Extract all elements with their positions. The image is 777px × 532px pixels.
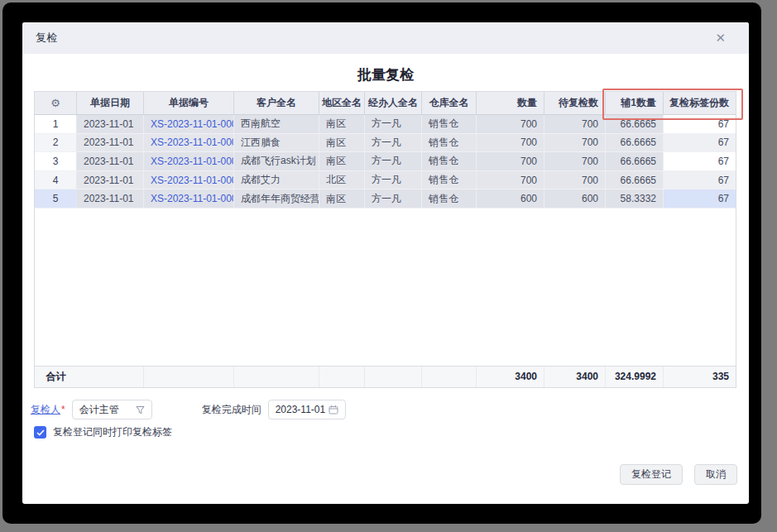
cell-region: 南区 — [319, 189, 365, 208]
total-empty-cell — [422, 367, 477, 387]
checkmark-icon — [36, 429, 45, 436]
total-label: 合计 — [35, 367, 77, 387]
cell-aux-qty: 66.6665 — [606, 152, 664, 171]
table-row[interactable]: 3 2023-11-01 XS-2023-11-01-00049 成都飞行ask… — [35, 152, 736, 171]
cell-label-copies-input[interactable]: 67 — [664, 171, 736, 190]
inspector-label-text: 复检人 — [31, 404, 60, 415]
register-button[interactable]: 复检登记 — [620, 464, 683, 485]
total-empty-cell — [319, 367, 365, 387]
column-header-aux-qty[interactable]: 辅1数量 — [606, 92, 664, 115]
batch-reinspection-table: ⚙ 单据日期 单据编号 客户全名 地区全名 经办人全名 仓库全名 数量 待复检数… — [34, 91, 736, 388]
cell-aux-qty: 66.6665 — [606, 115, 664, 134]
inspector-value: 会计主管 — [79, 403, 119, 417]
total-label-copies: 335 — [664, 367, 736, 387]
cell-qty: 600 — [477, 189, 544, 208]
required-asterisk: * — [61, 404, 65, 415]
cell-row-number: 2 — [35, 134, 77, 153]
completion-time-input[interactable]: 2023-11-01 — [268, 400, 346, 419]
cell-handler: 方一凡 — [365, 152, 422, 171]
cell-label-copies-input[interactable]: 67 — [664, 115, 736, 134]
print-label-checkbox[interactable] — [34, 426, 46, 439]
cell-customer: 成都年年商贸经营部 — [234, 189, 319, 208]
column-header-customer[interactable]: 客户全名 — [234, 92, 319, 115]
table-total-row: 合计 3400 3400 324.9992 335 — [35, 366, 736, 387]
cell-pending: 700 — [544, 134, 606, 153]
cell-date: 2023-11-01 — [77, 189, 144, 208]
cell-label-copies-input[interactable]: 67 — [664, 189, 736, 208]
column-header-region[interactable]: 地区全名 — [319, 92, 365, 115]
inspector-label[interactable]: 复检人 — [31, 403, 60, 417]
cell-customer: 成都飞行ask计划 — [234, 152, 319, 171]
cell-warehouse: 销售仓 — [422, 115, 477, 134]
completion-time-label: 复检完成时间 — [202, 403, 261, 417]
table-row[interactable]: 2 2023-11-01 XS-2023-11-01-00048 江西腊食 南区… — [35, 134, 736, 153]
table-header-row: ⚙ 单据日期 单据编号 客户全名 地区全名 经办人全名 仓库全名 数量 待复检数… — [35, 92, 736, 115]
table-row-selected[interactable]: 5 2023-11-01 XS-2023-11-01-00051 成都年年商贸经… — [35, 189, 736, 208]
close-icon[interactable]: ✕ — [705, 31, 736, 46]
column-header-doc-no[interactable]: 单据编号 — [144, 92, 234, 115]
inspector-select[interactable]: 会计主管 — [72, 400, 152, 419]
cell-date: 2023-11-01 — [77, 171, 144, 190]
cell-date: 2023-11-01 — [77, 152, 144, 171]
cell-pending: 700 — [544, 115, 606, 134]
cell-label-copies-input[interactable]: 67 — [664, 134, 736, 153]
column-header-handler[interactable]: 经办人全名 — [365, 92, 422, 115]
dialog-titlebar: 复检 ✕ — [22, 22, 749, 54]
cell-row-number: 5 — [35, 189, 77, 208]
cell-customer: 江西腊食 — [234, 134, 319, 153]
cell-doc-no-link[interactable]: XS-2023-11-01-00051 — [144, 189, 234, 208]
cell-label-copies-input[interactable]: 67 — [664, 152, 736, 171]
print-label-checkbox-label: 复检登记同时打印复检标签 — [53, 425, 172, 439]
column-header-qty[interactable]: 数量 — [477, 92, 544, 115]
reinspection-form-row: 复检人* 会计主管 复检完成时间 2023-11-01 — [31, 399, 346, 420]
cell-aux-qty: 58.3332 — [606, 189, 664, 208]
cell-pending: 600 — [544, 189, 606, 208]
cell-aux-qty: 66.6665 — [606, 134, 664, 153]
total-aux-qty: 324.9992 — [606, 367, 664, 387]
page-title: 批量复检 — [22, 65, 749, 84]
total-empty-cell — [77, 367, 144, 387]
cell-customer: 成都艾力 — [234, 171, 319, 190]
cell-doc-no-link[interactable]: XS-2023-11-01-00049 — [144, 152, 234, 171]
calendar-icon — [329, 405, 338, 415]
cell-qty: 700 — [477, 171, 544, 190]
column-settings-button[interactable]: ⚙ — [35, 92, 77, 115]
column-header-date[interactable]: 单据日期 — [77, 92, 144, 115]
gear-icon: ⚙ — [50, 98, 60, 108]
funnel-icon — [136, 405, 145, 415]
cell-pending: 700 — [544, 171, 606, 190]
cell-region: 北区 — [319, 171, 365, 190]
cell-doc-no-link[interactable]: XS-2023-11-01-00048 — [144, 134, 234, 153]
table-row[interactable]: 4 2023-11-01 XS-2023-11-01-00050 成都艾力 北区… — [35, 171, 736, 190]
cell-aux-qty: 66.6665 — [606, 171, 664, 190]
column-header-pending[interactable]: 待复检数 — [544, 92, 606, 115]
print-label-check-row: 复检登记同时打印复检标签 — [34, 425, 172, 439]
cell-qty: 700 — [477, 115, 544, 134]
dialog-title: 复检 — [36, 31, 57, 46]
cell-date: 2023-11-01 — [77, 115, 144, 134]
screen-background: 复检 ✕ 批量复检 ⚙ 单据日期 单据编号 客户全名 地区全名 经办人全名 仓库… — [2, 2, 761, 524]
column-header-label-copies[interactable]: 复检标签份数 — [664, 92, 736, 115]
cell-warehouse: 销售仓 — [422, 152, 477, 171]
column-header-warehouse[interactable]: 仓库全名 — [422, 92, 477, 115]
table-row[interactable]: 1 2023-11-01 XS-2023-11-01-00047 西南航空 南区… — [35, 115, 736, 134]
cell-pending: 700 — [544, 152, 606, 171]
cell-doc-no-link[interactable]: XS-2023-11-01-00047 — [144, 115, 234, 134]
cell-row-number: 4 — [35, 171, 77, 190]
cell-row-number: 3 — [35, 152, 77, 171]
cancel-button[interactable]: 取消 — [694, 464, 737, 485]
reinspection-dialog: 复检 ✕ 批量复检 ⚙ 单据日期 单据编号 客户全名 地区全名 经办人全名 仓库… — [22, 22, 749, 504]
table-empty-area — [35, 208, 736, 366]
cell-handler: 方一凡 — [365, 115, 422, 134]
cell-handler: 方一凡 — [365, 134, 422, 153]
dialog-footer-buttons: 复检登记 取消 — [620, 464, 737, 485]
cell-handler: 方一凡 — [365, 189, 422, 208]
cell-doc-no-link[interactable]: XS-2023-11-01-00050 — [144, 171, 234, 190]
total-pending: 3400 — [544, 367, 606, 387]
cell-qty: 700 — [477, 134, 544, 153]
cell-handler: 方一凡 — [365, 171, 422, 190]
cell-row-number: 1 — [35, 115, 77, 134]
total-empty-cell — [365, 367, 422, 387]
total-empty-cell — [234, 367, 319, 387]
total-qty: 3400 — [477, 367, 544, 387]
